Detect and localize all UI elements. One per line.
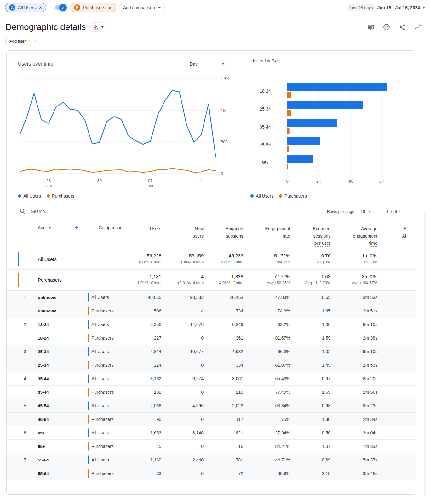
- purchasers-toggle[interactable]: ✓: [54, 4, 67, 11]
- metric-cell-partial: [378, 345, 416, 358]
- insights-icon[interactable]: [383, 23, 390, 31]
- totals-value: 51.72%: [244, 253, 290, 258]
- row-metrics: 1,6533,14682127.94%0.502m 04s: [134, 426, 416, 439]
- metric-cell: 2m 51s: [331, 304, 378, 318]
- metric-cell-partial: [378, 413, 416, 426]
- row-index-cell: [7, 467, 38, 480]
- remove-purchasers-icon[interactable]: ✕: [108, 5, 112, 10]
- totals-subvalue: Avg +164.67%: [331, 281, 377, 285]
- metric-cell: 0.50: [291, 426, 331, 439]
- column-header-new[interactable]: New users: [162, 219, 204, 249]
- add-comparison-button[interactable]: Add comparison +: [119, 3, 165, 12]
- column-header-label[interactable]: Engaged sessions: [226, 226, 243, 238]
- totals-value: 4: [162, 274, 204, 279]
- comparison-color-bar: [88, 388, 89, 397]
- column-header-label[interactable]: Engagement rate: [265, 226, 290, 238]
- column-header-rate[interactable]: Engagement rate: [244, 219, 291, 249]
- chevron-down-icon: [101, 26, 104, 28]
- rows-per-page-label: Rows per page:: [327, 209, 355, 214]
- comparison-cell: All Users: [88, 291, 134, 304]
- comparison-label: Purchasers: [91, 444, 114, 449]
- metric-cell: 2,068: [134, 399, 162, 412]
- metric-cell: 0: [162, 358, 204, 372]
- row-index-cell: 1: [7, 291, 38, 304]
- table-row: 45-54Purchasers90011775%1.302m 34s: [7, 412, 416, 426]
- age-cell: 18-24: [38, 318, 88, 331]
- svg-text:Jul: Jul: [148, 184, 153, 188]
- comparison-chip-all-users[interactable]: A All Users ✕: [5, 3, 46, 12]
- totals-value: 59,228: [134, 253, 161, 258]
- column-header-eng[interactable]: Engaged sessions: [204, 219, 244, 249]
- column-header-label[interactable]: Average engagement time: [353, 226, 377, 246]
- series-all-users: [20, 90, 216, 158]
- granularity-select[interactable]: Day: [185, 57, 229, 71]
- comparison-cell: All Users: [88, 372, 134, 385]
- legend-item: Purchasers: [47, 193, 74, 198]
- users-over-time-chart: Users over time Day 1.5K1K500023Jun3007J…: [18, 57, 229, 198]
- column-header-time[interactable]: Average engagement time: [331, 219, 378, 249]
- metric-cell-partial: [378, 372, 416, 385]
- metric-cell: 4,932: [204, 345, 244, 358]
- column-header-label[interactable]: New users: [193, 226, 204, 238]
- remove-all-users-icon[interactable]: ✕: [39, 5, 42, 10]
- metric-cell: 65.43%: [244, 372, 291, 385]
- legend-item: All Users: [250, 193, 273, 198]
- metric-cell: 1.49: [291, 358, 331, 372]
- category-label: 45-54: [260, 142, 271, 147]
- row-index-cell: 3: [7, 345, 38, 358]
- age-cell: 55-64: [38, 453, 88, 467]
- totals-subvalue: <0.01% of total: [162, 281, 204, 285]
- metric-cell: 74.9%: [244, 304, 291, 318]
- bar-purchasers: [287, 110, 291, 116]
- column-header-label[interactable]: Users: [150, 226, 161, 231]
- legend-item: Purchasers: [279, 193, 307, 198]
- metric-cell: 14,676: [162, 318, 204, 331]
- vertical-scrollbar[interactable]: [424, 213, 426, 496]
- metric-cell-partial: [378, 304, 416, 318]
- insights-sparkline-icon[interactable]: [414, 23, 422, 31]
- totals-value: 45,233: [204, 253, 243, 258]
- totals-cell: 77.72%Avg +50.26%: [244, 270, 291, 290]
- metric-cell: 8m 20s: [331, 372, 378, 385]
- comparison-color-bar: [88, 469, 89, 478]
- rows-per-page-select[interactable]: 10: [360, 208, 371, 215]
- row-index-cell: [7, 386, 38, 399]
- column-header-users[interactable]: ↓Users: [134, 219, 162, 249]
- share-icon[interactable]: [398, 23, 406, 31]
- toggle-check-icon: ✓: [59, 4, 67, 11]
- category-label: 65+: [261, 160, 269, 165]
- table-row: 545-54All Users2,0684,5962,02363.84%0.98…: [7, 399, 416, 412]
- metric-cell: 227: [134, 331, 162, 345]
- column-header-per[interactable]: Engaged sessions per user: [291, 219, 331, 249]
- column-header-label[interactable]: Engaged sessions per user: [313, 226, 330, 246]
- comparison-chip-purchasers[interactable]: P Purchasers ✕: [70, 3, 116, 12]
- metric-cell: 72: [204, 467, 244, 480]
- metric-cell: 77.49%: [244, 386, 291, 399]
- metric-cell: 3,061: [204, 372, 244, 385]
- age-cell: 18-24: [38, 331, 88, 345]
- age-cell: 65+: [38, 426, 88, 439]
- comparison-cell: All Users: [88, 345, 134, 358]
- date-range-selector[interactable]: Last 28 days Jun 19 - Jul 16, 2024: [348, 4, 425, 11]
- chip-divider: [50, 3, 50, 13]
- data-warning-button[interactable]: [89, 22, 107, 32]
- add-dimension-button[interactable]: +: [75, 224, 78, 232]
- category-label: 35-44: [260, 124, 271, 129]
- all-users-chip-label: All Users: [18, 5, 36, 10]
- bar-all-users: [287, 101, 363, 109]
- dimension-select[interactable]: Age: [38, 225, 51, 230]
- comparison-cell: Purchasers: [88, 440, 134, 453]
- metric-cell: 1,130: [134, 453, 162, 467]
- metric-cell: 1.45: [291, 304, 331, 318]
- compare-report-icon[interactable]: [367, 23, 375, 31]
- metric-cell: 334: [204, 358, 244, 372]
- metric-cell: 2m 53s: [331, 358, 378, 372]
- totals-subvalue: Avg +112.79%: [291, 281, 330, 285]
- x-axis-tick: 4K: [348, 179, 353, 184]
- search-input[interactable]: [31, 209, 163, 214]
- add-filter-button[interactable]: Add filter +: [5, 37, 36, 45]
- totals-cell: 4<0.01% of total: [162, 270, 204, 290]
- totals-subvalue: Avg 0%: [291, 260, 330, 264]
- table-row: 325-34All Users4,81410,6774,93266.3%1.02…: [7, 345, 416, 358]
- metric-cell: 132: [134, 386, 162, 399]
